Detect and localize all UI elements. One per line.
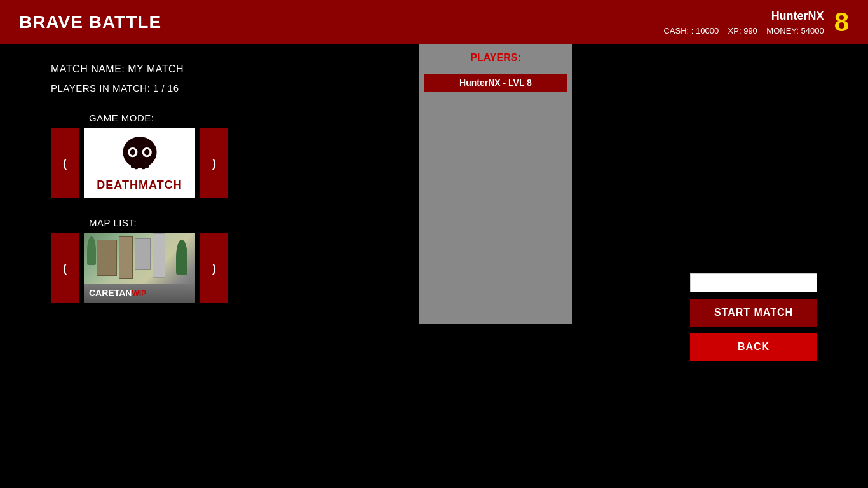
start-match-button[interactable]: START MATCH <box>690 299 817 327</box>
map-wip-text: WIP <box>132 289 146 298</box>
app-title: BRAVE BATTLE <box>19 12 161 32</box>
map-name-overlay: CARETANWIP <box>89 288 146 298</box>
map-image-container: CARETANWIP <box>84 233 195 303</box>
map-next-button[interactable]: ) <box>200 233 228 303</box>
svg-rect-5 <box>131 163 149 168</box>
deathmatch-label: DEATHMATCH <box>97 179 182 192</box>
map-prev-button[interactable]: ( <box>51 233 79 303</box>
right-controls: START MATCH BACK <box>690 273 817 361</box>
username: HunterNX <box>771 10 824 22</box>
players-list: HunterNX - LVL 8 <box>419 71 572 97</box>
header-right: HunterNX CASH: : 10000 XP: 990 MONEY: 54… <box>663 8 849 37</box>
deathmatch-visual: DEATHMATCH <box>84 128 195 198</box>
skull-icon <box>118 135 162 176</box>
game-mode-next-button[interactable]: ) <box>200 128 228 198</box>
map-name-text: CARETAN <box>89 288 132 298</box>
main-content: MATCH NAME: MY MATCH PLAYERS IN MATCH: 1… <box>0 44 868 335</box>
xp-label: XP: 990 <box>728 26 757 36</box>
player-entry: HunterNX - LVL 8 <box>424 74 567 92</box>
password-input[interactable] <box>690 273 817 292</box>
game-mode-image: DEATHMATCH <box>84 128 195 198</box>
back-button[interactable]: BACK <box>690 333 817 361</box>
level-badge: 8 <box>834 9 849 36</box>
players-panel: PLAYERS: HunterNX - LVL 8 <box>419 44 572 324</box>
svg-point-6 <box>130 149 135 156</box>
money-label: MONEY: 54000 <box>766 26 824 36</box>
cash-label: CASH: : 10000 <box>663 26 719 36</box>
players-panel-header: PLAYERS: <box>419 44 572 71</box>
game-mode-prev-button[interactable]: ( <box>51 128 79 198</box>
header: BRAVE BATTLE HunterNX CASH: : 10000 XP: … <box>0 0 868 44</box>
svg-point-7 <box>144 149 149 156</box>
header-stats: HunterNX CASH: : 10000 XP: 990 MONEY: 54… <box>663 8 824 37</box>
